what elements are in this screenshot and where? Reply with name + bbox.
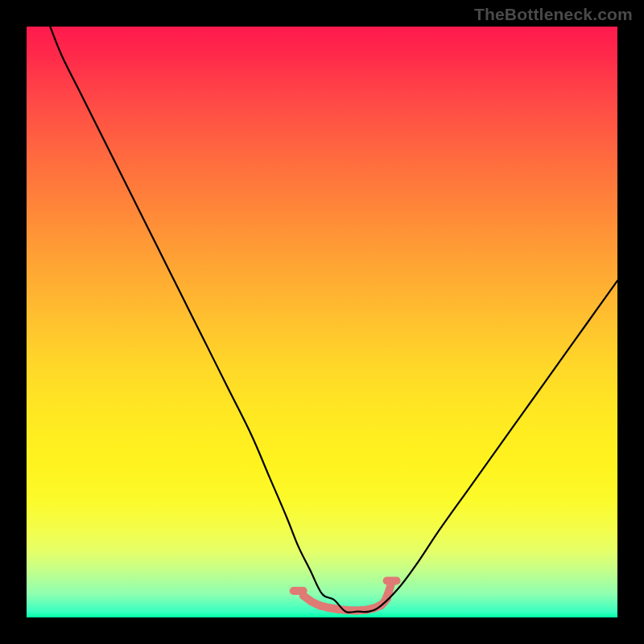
plot-area xyxy=(27,27,617,617)
chart-svg xyxy=(27,27,617,617)
frame: TheBottleneck.com xyxy=(0,0,644,644)
watermark-text: TheBottleneck.com xyxy=(474,5,633,24)
bottleneck-curve xyxy=(50,27,617,613)
